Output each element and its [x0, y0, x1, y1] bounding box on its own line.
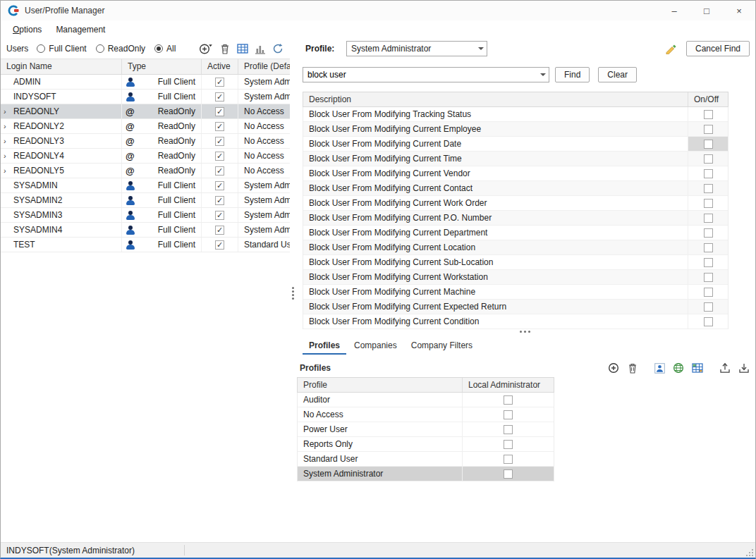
- filter-radio[interactable]: Full Client: [37, 44, 86, 54]
- active-checkbox[interactable]: [215, 78, 224, 87]
- find-button[interactable]: Find: [555, 67, 590, 82]
- onoff-checkbox[interactable]: [704, 273, 713, 282]
- column-header-local-administrator[interactable]: Local Administrator: [463, 378, 554, 392]
- permission-row[interactable]: Block User From Modifying Current Contac…: [303, 181, 728, 196]
- permission-row[interactable]: Block User From Modifying Current Vendor: [303, 166, 728, 181]
- export-profiles-button[interactable]: [719, 362, 731, 374]
- active-checkbox[interactable]: [215, 181, 224, 190]
- active-checkbox[interactable]: [215, 211, 224, 220]
- local-admin-checkbox[interactable]: [504, 425, 513, 434]
- user-row[interactable]: › SYSADMIN2 Full Client System Admir: [1, 193, 290, 208]
- profile-row[interactable]: Reports Only: [298, 437, 554, 452]
- expand-chevron-icon[interactable]: ›: [4, 137, 11, 145]
- onoff-checkbox[interactable]: [704, 110, 713, 119]
- column-header-profile[interactable]: Profile (Defa: [238, 59, 290, 74]
- permission-row[interactable]: Block User From Modifying Current Sub-Lo…: [303, 255, 728, 270]
- user-row[interactable]: › ADMIN Full Client System Admir: [1, 75, 290, 90]
- tab[interactable]: Profiles: [303, 338, 346, 355]
- active-checkbox[interactable]: [215, 166, 224, 176]
- profile-select[interactable]: System Administrator: [346, 41, 487, 56]
- menu-management[interactable]: Management: [49, 23, 111, 37]
- onoff-checkbox[interactable]: [704, 228, 713, 238]
- active-checkbox[interactable]: [215, 152, 224, 161]
- onoff-checkbox[interactable]: [704, 317, 713, 326]
- tab[interactable]: Company Filters: [405, 338, 479, 355]
- horizontal-splitter-grip-icon[interactable]: [520, 331, 522, 333]
- onoff-checkbox[interactable]: [704, 302, 713, 312]
- delete-profile-button[interactable]: [627, 362, 638, 374]
- refresh-button[interactable]: [272, 43, 284, 54]
- column-header-login-name[interactable]: Login Name: [1, 59, 122, 74]
- permission-row[interactable]: Block User From Modifying Current Condit…: [303, 314, 728, 329]
- onoff-checkbox[interactable]: [704, 243, 713, 252]
- profile-user-button[interactable]: [654, 363, 665, 374]
- cancel-find-button[interactable]: Cancel Find: [686, 41, 750, 56]
- permission-row[interactable]: Block User From Modifying Current Workst…: [303, 270, 728, 285]
- user-row[interactable]: › READONLY2 ReadOnly No Access: [1, 119, 290, 134]
- chart-button[interactable]: [255, 43, 266, 54]
- expand-chevron-icon[interactable]: ›: [4, 108, 11, 116]
- column-header-onoff[interactable]: On/Off: [688, 92, 728, 106]
- permission-row[interactable]: Block User From Modifying Current Date: [303, 137, 728, 152]
- user-row[interactable]: › INDYSOFT Full Client System Admir: [1, 90, 290, 104]
- permission-row[interactable]: Block User From Modifying Current Employ…: [303, 122, 728, 137]
- onoff-checkbox[interactable]: [704, 288, 713, 297]
- onoff-checkbox[interactable]: [704, 199, 713, 208]
- profile-row[interactable]: Standard User: [298, 452, 554, 467]
- expand-chevron-icon[interactable]: ›: [4, 123, 11, 130]
- permission-row[interactable]: Block User From Modifying Current P.O. N…: [303, 211, 728, 226]
- onoff-checkbox[interactable]: [704, 184, 713, 193]
- active-checkbox[interactable]: [215, 196, 224, 205]
- find-combobox[interactable]: [303, 67, 549, 82]
- permission-row[interactable]: Block User From Modifying Current Work O…: [303, 196, 728, 211]
- column-header-type[interactable]: Type: [122, 59, 202, 74]
- profile-row[interactable]: Auditor: [298, 393, 554, 407]
- local-admin-checkbox[interactable]: [504, 455, 513, 464]
- permission-row[interactable]: Block User From Modifying Current Machin…: [303, 285, 728, 300]
- active-checkbox[interactable]: [215, 92, 224, 102]
- permission-row[interactable]: Block User From Modifying Current Expect…: [303, 300, 728, 314]
- filter-radio[interactable]: All: [154, 44, 176, 54]
- resize-grip[interactable]: [745, 548, 754, 557]
- profile-row[interactable]: System Administrator: [298, 467, 554, 481]
- onoff-checkbox[interactable]: [704, 169, 713, 178]
- onoff-checkbox[interactable]: [704, 125, 713, 134]
- profile-web-button[interactable]: [673, 362, 684, 374]
- profile-row[interactable]: No Access: [298, 407, 554, 422]
- profile-row[interactable]: Power User: [298, 422, 554, 437]
- expand-chevron-icon[interactable]: ›: [4, 167, 11, 175]
- user-row[interactable]: › SYSADMIN Full Client System Admir: [1, 178, 290, 193]
- find-input[interactable]: [303, 68, 537, 81]
- profile-grid-button[interactable]: [692, 362, 703, 374]
- local-admin-checkbox[interactable]: [504, 410, 513, 419]
- user-row[interactable]: › SYSADMIN4 Full Client System Admir: [1, 223, 290, 238]
- permission-row[interactable]: Block User From Modifying Tracking Statu…: [303, 107, 728, 122]
- import-profiles-button[interactable]: [738, 362, 750, 374]
- user-row[interactable]: › TEST Full Client Standard Use: [1, 238, 290, 252]
- local-admin-checkbox[interactable]: [504, 440, 513, 449]
- user-row[interactable]: › READONLY4 ReadOnly No Access: [1, 149, 290, 164]
- active-checkbox[interactable]: [215, 107, 224, 116]
- vertical-splitter[interactable]: [290, 39, 295, 542]
- permission-row[interactable]: Block User From Modifying Current Locati…: [303, 240, 728, 255]
- active-checkbox[interactable]: [215, 122, 224, 131]
- add-user-button[interactable]: [199, 42, 213, 55]
- column-header-description[interactable]: Description: [303, 92, 688, 106]
- local-admin-checkbox[interactable]: [504, 395, 513, 405]
- active-checkbox[interactable]: [215, 240, 224, 250]
- add-profile-button[interactable]: [608, 362, 619, 374]
- permission-row[interactable]: Block User From Modifying Current Depart…: [303, 226, 728, 240]
- user-row[interactable]: › READONLY5 ReadOnly No Access: [1, 164, 290, 178]
- clear-button[interactable]: Clear: [598, 67, 637, 82]
- column-header-profile-name[interactable]: Profile: [298, 378, 463, 392]
- grid-view-button[interactable]: [237, 43, 248, 54]
- local-admin-checkbox[interactable]: [504, 469, 513, 479]
- close-button[interactable]: ×: [723, 1, 755, 20]
- onoff-checkbox[interactable]: [704, 258, 713, 267]
- menu-options[interactable]: Options: [6, 23, 48, 37]
- active-checkbox[interactable]: [215, 226, 224, 235]
- user-row[interactable]: › READONLY3 ReadOnly No Access: [1, 134, 290, 149]
- filter-radio[interactable]: ReadOnly: [96, 44, 145, 54]
- permission-row[interactable]: Block User From Modifying Current Time: [303, 152, 728, 166]
- onoff-checkbox[interactable]: [704, 140, 713, 149]
